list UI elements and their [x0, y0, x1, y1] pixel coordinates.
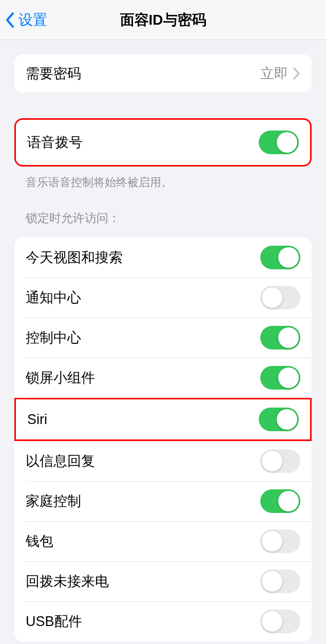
require-passcode-label: 需要密码: [26, 64, 81, 83]
voice-dial-row: 语音拨号: [16, 120, 310, 165]
voice-dial-toggle[interactable]: [259, 131, 299, 154]
lock-access-toggle[interactable]: [260, 366, 300, 390]
lock-access-toggle[interactable]: [260, 569, 300, 593]
lock-access-toggle[interactable]: [260, 286, 300, 309]
voice-dial-group: 语音拨号: [14, 118, 312, 167]
toggle-knob: [278, 247, 299, 268]
lock-access-label: 通知中心: [26, 288, 81, 307]
chevron-left-icon: [5, 12, 15, 28]
voice-dial-footer: 音乐语音控制将始终被启用。: [14, 168, 312, 191]
back-label: 设置: [18, 10, 47, 30]
toggle-knob: [278, 327, 299, 348]
back-button[interactable]: 设置: [5, 10, 47, 30]
toggle-knob: [262, 451, 282, 471]
require-passcode-value-wrap: 立即: [260, 64, 300, 83]
toggle-knob: [262, 531, 282, 551]
toggle-knob: [278, 367, 299, 388]
toggle-knob: [277, 409, 297, 430]
lock-access-toggle[interactable]: [259, 408, 299, 431]
lock-access-row: 今天视图和搜索: [14, 237, 312, 278]
lock-access-row: 以信息回复: [14, 441, 312, 481]
toggle-knob: [262, 611, 282, 632]
lock-access-toggle[interactable]: [260, 610, 300, 633]
lock-access-group: 今天视图和搜索通知中心控制中心锁屏小组件Siri以信息回复家庭控制钱包回拨未接来…: [14, 237, 312, 641]
lock-access-row: 家庭控制: [14, 481, 312, 521]
lock-access-label: USB配件: [26, 612, 82, 631]
require-passcode-value: 立即: [260, 64, 288, 83]
lock-access-toggle[interactable]: [260, 246, 300, 269]
lock-access-label: 锁屏小组件: [26, 369, 95, 387]
lock-access-label: Siri: [27, 412, 47, 428]
lock-access-row: USB配件: [14, 601, 312, 641]
lock-access-label: 以信息回复: [26, 452, 95, 470]
require-passcode-row[interactable]: 需要密码 立即: [14, 54, 312, 93]
chevron-right-icon: [293, 67, 300, 80]
lock-access-row: 控制中心: [14, 318, 312, 358]
toggle-knob: [278, 491, 299, 511]
lock-access-label: 家庭控制: [26, 492, 81, 510]
toggle-knob: [262, 571, 282, 592]
lock-access-row: Siri: [14, 398, 312, 441]
toggle-knob: [262, 287, 282, 308]
lock-access-row: 锁屏小组件: [14, 358, 312, 398]
lock-access-toggle[interactable]: [260, 326, 300, 349]
lock-access-label: 控制中心: [26, 328, 81, 347]
lock-access-label: 今天视图和搜索: [26, 248, 123, 267]
lock-access-header: 锁定时允许访问：: [14, 191, 312, 232]
lock-access-toggle[interactable]: [260, 449, 300, 473]
lock-access-row: 通知中心: [14, 278, 312, 318]
lock-access-toggle[interactable]: [260, 529, 300, 553]
toggle-knob: [277, 132, 297, 153]
require-passcode-group: 需要密码 立即: [14, 54, 312, 93]
lock-access-toggle[interactable]: [260, 489, 300, 513]
nav-header: 设置 面容ID与密码: [0, 0, 326, 40]
voice-dial-label: 语音拨号: [27, 133, 83, 152]
lock-access-label: 钱包: [26, 532, 53, 550]
lock-access-label: 回拨未接来电: [26, 572, 109, 591]
lock-access-row: 回拨未接来电: [14, 561, 312, 601]
lock-access-row: 钱包: [14, 521, 312, 561]
page-title: 面容ID与密码: [120, 10, 206, 30]
